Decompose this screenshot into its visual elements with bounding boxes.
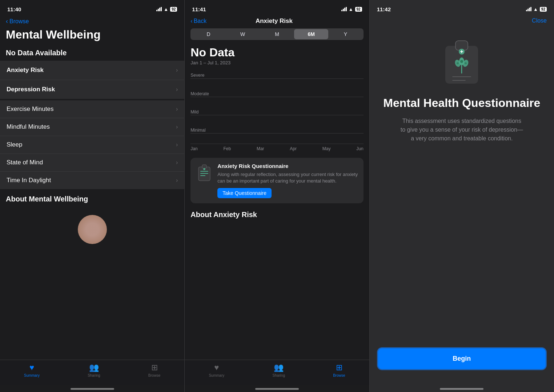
back-label-2: Back — [194, 18, 207, 24]
take-questionnaire-button[interactable]: Take Questionnaire — [217, 188, 272, 198]
x-label-jun: Jun — [356, 146, 363, 151]
tab-browse-2[interactable]: ⊞ Browse — [333, 363, 345, 377]
browse-icon-1: ⊞ — [151, 363, 158, 372]
y-label-minimal: Minimal — [190, 128, 205, 133]
svg-point-19 — [457, 62, 459, 64]
begin-button[interactable]: Begin — [377, 347, 547, 370]
screen-3: 11:42 ▲ 92 Close — [370, 0, 554, 392]
questionnaire-title: Anxiety Risk Questionnaire — [217, 163, 358, 169]
chevron-right-icon-5: › — [176, 141, 178, 148]
status-bar-3: 11:42 ▲ 92 — [370, 0, 554, 16]
period-btn-d[interactable]: D — [191, 29, 225, 39]
mhq-title: Mental Health Questionnaire — [383, 97, 540, 109]
time-in-daylight-label: Time In Daylight — [7, 177, 51, 184]
signal-icon-2 — [341, 7, 347, 11]
tab-summary-2[interactable]: ♥ Summary — [209, 363, 224, 377]
screen3-footer: Begin — [370, 347, 554, 385]
wifi-icon-1: ▲ — [164, 7, 168, 12]
list-item-mindful[interactable]: Mindful Minutes › — [0, 118, 184, 136]
chevron-right-icon: › — [176, 67, 178, 73]
wifi-icon-3: ▲ — [533, 7, 538, 12]
chart-container: Severe Moderate Mild Minimal — [190, 71, 363, 144]
close-button[interactable]: Close — [532, 17, 547, 24]
screen-1: 11:40 ▲ 92 ‹ Browse Mental Wellbeing No … — [0, 0, 185, 392]
period-btn-w[interactable]: W — [226, 29, 260, 39]
status-icons-2: ▲ 92 — [341, 7, 362, 12]
back-button-2[interactable]: ‹ Back — [190, 18, 206, 24]
questionnaire-content: Anxiety Risk Questionnaire Along with re… — [217, 163, 358, 198]
status-time-2: 11:41 — [192, 6, 206, 12]
decorative-blob — [78, 215, 107, 244]
questionnaire-description: Along with regular reflection, assessing… — [217, 171, 358, 184]
dark-list: Anxiety Risk › Depression Risk › — [0, 61, 184, 99]
list-item-anxiety-risk[interactable]: Anxiety Risk › — [0, 61, 184, 80]
no-data-heading: No Data — [190, 46, 363, 59]
home-indicator-2 — [185, 385, 369, 392]
period-btn-m[interactable]: M — [260, 29, 294, 39]
screen-2: 11:41 ▲ 92 ‹ Back Anxiety Risk — [185, 0, 369, 392]
tab-browse-label-1: Browse — [148, 373, 160, 377]
back-button-1[interactable]: ‹ Browse — [0, 16, 184, 28]
period-selector: D W M 6M Y — [190, 28, 363, 40]
tab-browse-label-2: Browse — [333, 373, 345, 377]
mhq-description: This assessment uses standardized questi… — [400, 117, 523, 143]
signal-icon-3 — [526, 7, 531, 11]
period-btn-y[interactable]: Y — [328, 29, 362, 39]
battery-1: 92 — [170, 7, 177, 12]
tab-sharing-label-1: Sharing — [88, 373, 100, 377]
about-section-1: About Mental Wellbeing — [0, 189, 184, 254]
svg-point-18 — [460, 60, 463, 63]
status-time-3: 11:42 — [377, 6, 391, 12]
heart-icon-2: ♥ — [214, 363, 219, 372]
exercise-label: Exercise Minutes — [7, 105, 53, 113]
x-label-may: May — [322, 146, 331, 151]
list-item-state-of-mind[interactable]: State of Mind › — [0, 154, 184, 172]
screen3-content: Mental Health Questionnaire This assessm… — [370, 28, 554, 347]
tab-sharing-2[interactable]: 👥 Sharing — [272, 363, 285, 377]
status-icons-1: ▲ 92 — [156, 7, 177, 12]
x-label-mar: Mar — [257, 146, 264, 151]
tab-browse-1[interactable]: ⊞ Browse — [148, 363, 160, 377]
list-item-sleep[interactable]: Sleep › — [0, 136, 184, 154]
tab-bar-1: ♥ Summary 👥 Sharing ⊞ Browse — [0, 360, 184, 385]
y-label-moderate: Moderate — [190, 91, 209, 96]
list-item-exercise[interactable]: Exercise Minutes › — [0, 100, 184, 118]
questionnaire-card: Anxiety Risk Questionnaire Along with re… — [190, 158, 363, 203]
home-indicator-3 — [370, 385, 554, 392]
about-visual — [6, 208, 178, 251]
anxiety-risk-nav-title: Anxiety Risk — [256, 17, 293, 25]
x-label-apr: Apr — [290, 146, 297, 151]
list-item-depression-risk[interactable]: Depression Risk › — [0, 80, 184, 99]
page-title-1: Mental Wellbeing — [0, 28, 184, 46]
tab-summary-label-2: Summary — [209, 373, 224, 377]
state-of-mind-label: State of Mind — [7, 159, 43, 166]
wifi-icon-2: ▲ — [349, 7, 353, 12]
status-bar-1: 11:40 ▲ 92 — [0, 0, 184, 16]
svg-point-20 — [465, 62, 467, 64]
light-list: Exercise Minutes › Mindful Minutes › Sle… — [0, 100, 184, 189]
sharing-icon-1: 👥 — [89, 363, 99, 372]
tab-sharing-1[interactable]: 👥 Sharing — [88, 363, 100, 377]
period-btn-6m[interactable]: 6M — [294, 29, 328, 39]
mindful-label: Mindful Minutes — [7, 123, 50, 131]
chevron-left-icon-1: ‹ — [6, 17, 8, 25]
chart-x-labels: Jan Feb Mar Apr May Jun — [190, 144, 363, 153]
clipboard-icon-large — [442, 39, 482, 86]
about-anxiety-title: About Anxiety Risk — [190, 211, 363, 219]
tab-bar-2: ♥ Summary 👥 Sharing ⊞ Browse — [185, 360, 369, 385]
status-bar-2: 11:41 ▲ 92 — [185, 0, 369, 16]
heart-icon-1: ♥ — [29, 363, 34, 372]
signal-icon-1 — [156, 7, 162, 11]
back-label-1: Browse — [9, 18, 29, 25]
no-data-header: No Data Available — [0, 46, 184, 59]
tab-summary-1[interactable]: ♥ Summary — [24, 363, 40, 377]
svg-rect-1 — [202, 165, 206, 168]
battery-3: 92 — [540, 7, 547, 12]
chart-area: No Data Jan 1 – Jul 1, 2023 Severe Moder… — [185, 46, 369, 153]
home-indicator-1 — [0, 385, 184, 392]
list-item-time-in-daylight[interactable]: Time In Daylight › — [0, 172, 184, 189]
sharing-icon-2: 👥 — [274, 363, 284, 372]
y-label-mild: Mild — [190, 109, 198, 115]
tab-summary-label-1: Summary — [24, 373, 40, 377]
chevron-right-icon-3: › — [176, 106, 178, 112]
